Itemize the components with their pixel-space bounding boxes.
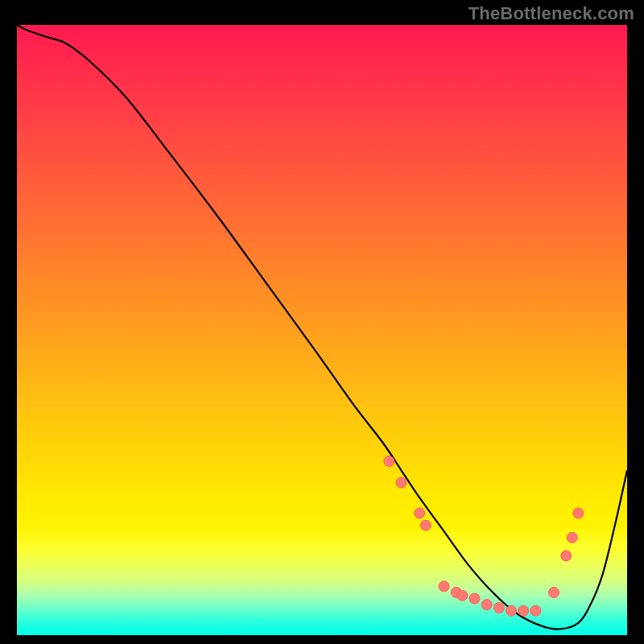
- scatter-dot: [518, 605, 529, 616]
- bottleneck-curve: [17, 25, 627, 630]
- scatter-dot: [420, 520, 431, 530]
- scatter-dot: [451, 587, 461, 597]
- chart-plot-area: [17, 25, 627, 635]
- scatter-dot: [439, 581, 449, 592]
- scatter-dot: [493, 602, 504, 613]
- scatter-dot: [384, 456, 394, 466]
- scatter-dot: [506, 605, 516, 616]
- scatter-dot: [396, 477, 407, 488]
- scatter-dot: [457, 590, 468, 601]
- scatter-dot: [481, 600, 492, 610]
- chart-frame: TheBottleneck.com: [0, 0, 644, 644]
- scatter-dot: [469, 593, 480, 604]
- scatter-dots: [384, 456, 584, 616]
- scatter-dot: [573, 508, 584, 518]
- scatter-dot: [561, 551, 572, 561]
- scatter-dot: [415, 508, 425, 518]
- scatter-dot: [549, 587, 559, 597]
- scatter-dot: [530, 605, 541, 616]
- watermark-text: TheBottleneck.com: [469, 3, 634, 24]
- chart-svg: [17, 25, 627, 635]
- scatter-dot: [567, 532, 577, 543]
